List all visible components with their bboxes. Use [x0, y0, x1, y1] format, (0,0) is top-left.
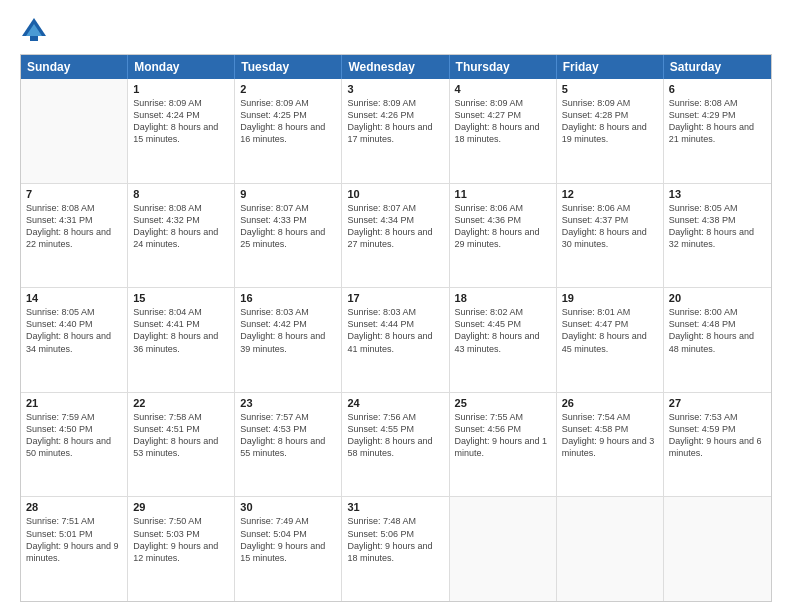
calendar-cell: 15Sunrise: 8:04 AM Sunset: 4:41 PM Dayli…	[128, 288, 235, 392]
day-number: 23	[240, 397, 336, 409]
cell-sun-info: Sunrise: 8:06 AM Sunset: 4:37 PM Dayligh…	[562, 202, 658, 251]
calendar-cell: 19Sunrise: 8:01 AM Sunset: 4:47 PM Dayli…	[557, 288, 664, 392]
cell-sun-info: Sunrise: 7:48 AM Sunset: 5:06 PM Dayligh…	[347, 515, 443, 564]
calendar-cell: 27Sunrise: 7:53 AM Sunset: 4:59 PM Dayli…	[664, 393, 771, 497]
day-number: 8	[133, 188, 229, 200]
calendar-cell: 14Sunrise: 8:05 AM Sunset: 4:40 PM Dayli…	[21, 288, 128, 392]
calendar-cell: 22Sunrise: 7:58 AM Sunset: 4:51 PM Dayli…	[128, 393, 235, 497]
logo	[20, 16, 52, 44]
day-number: 15	[133, 292, 229, 304]
calendar-cell: 13Sunrise: 8:05 AM Sunset: 4:38 PM Dayli…	[664, 184, 771, 288]
logo-icon	[20, 16, 48, 44]
day-number: 24	[347, 397, 443, 409]
calendar-cell: 4Sunrise: 8:09 AM Sunset: 4:27 PM Daylig…	[450, 79, 557, 183]
calendar-cell	[21, 79, 128, 183]
day-number: 20	[669, 292, 766, 304]
calendar-row-1: 1Sunrise: 8:09 AM Sunset: 4:24 PM Daylig…	[21, 79, 771, 184]
cell-sun-info: Sunrise: 7:58 AM Sunset: 4:51 PM Dayligh…	[133, 411, 229, 460]
cell-sun-info: Sunrise: 8:03 AM Sunset: 4:44 PM Dayligh…	[347, 306, 443, 355]
calendar-cell: 29Sunrise: 7:50 AM Sunset: 5:03 PM Dayli…	[128, 497, 235, 601]
calendar: SundayMondayTuesdayWednesdayThursdayFrid…	[20, 54, 772, 602]
calendar-cell	[450, 497, 557, 601]
header-day-sunday: Sunday	[21, 55, 128, 79]
cell-sun-info: Sunrise: 8:09 AM Sunset: 4:27 PM Dayligh…	[455, 97, 551, 146]
day-number: 3	[347, 83, 443, 95]
calendar-cell: 7Sunrise: 8:08 AM Sunset: 4:31 PM Daylig…	[21, 184, 128, 288]
header-day-wednesday: Wednesday	[342, 55, 449, 79]
svg-rect-2	[30, 36, 38, 41]
day-number: 2	[240, 83, 336, 95]
calendar-cell: 26Sunrise: 7:54 AM Sunset: 4:58 PM Dayli…	[557, 393, 664, 497]
calendar-cell: 6Sunrise: 8:08 AM Sunset: 4:29 PM Daylig…	[664, 79, 771, 183]
calendar-cell: 18Sunrise: 8:02 AM Sunset: 4:45 PM Dayli…	[450, 288, 557, 392]
cell-sun-info: Sunrise: 8:09 AM Sunset: 4:28 PM Dayligh…	[562, 97, 658, 146]
calendar-cell: 30Sunrise: 7:49 AM Sunset: 5:04 PM Dayli…	[235, 497, 342, 601]
cell-sun-info: Sunrise: 8:04 AM Sunset: 4:41 PM Dayligh…	[133, 306, 229, 355]
day-number: 29	[133, 501, 229, 513]
calendar-cell: 12Sunrise: 8:06 AM Sunset: 4:37 PM Dayli…	[557, 184, 664, 288]
calendar-cell: 3Sunrise: 8:09 AM Sunset: 4:26 PM Daylig…	[342, 79, 449, 183]
calendar-cell: 16Sunrise: 8:03 AM Sunset: 4:42 PM Dayli…	[235, 288, 342, 392]
cell-sun-info: Sunrise: 7:54 AM Sunset: 4:58 PM Dayligh…	[562, 411, 658, 460]
day-number: 4	[455, 83, 551, 95]
calendar-cell: 17Sunrise: 8:03 AM Sunset: 4:44 PM Dayli…	[342, 288, 449, 392]
header-day-friday: Friday	[557, 55, 664, 79]
calendar-cell: 10Sunrise: 8:07 AM Sunset: 4:34 PM Dayli…	[342, 184, 449, 288]
cell-sun-info: Sunrise: 8:05 AM Sunset: 4:40 PM Dayligh…	[26, 306, 122, 355]
header-day-tuesday: Tuesday	[235, 55, 342, 79]
cell-sun-info: Sunrise: 7:55 AM Sunset: 4:56 PM Dayligh…	[455, 411, 551, 460]
cell-sun-info: Sunrise: 7:51 AM Sunset: 5:01 PM Dayligh…	[26, 515, 122, 564]
calendar-row-2: 7Sunrise: 8:08 AM Sunset: 4:31 PM Daylig…	[21, 184, 771, 289]
header	[20, 16, 772, 44]
cell-sun-info: Sunrise: 8:03 AM Sunset: 4:42 PM Dayligh…	[240, 306, 336, 355]
header-day-saturday: Saturday	[664, 55, 771, 79]
page: SundayMondayTuesdayWednesdayThursdayFrid…	[0, 0, 792, 612]
cell-sun-info: Sunrise: 7:53 AM Sunset: 4:59 PM Dayligh…	[669, 411, 766, 460]
day-number: 22	[133, 397, 229, 409]
cell-sun-info: Sunrise: 8:06 AM Sunset: 4:36 PM Dayligh…	[455, 202, 551, 251]
day-number: 18	[455, 292, 551, 304]
calendar-cell: 25Sunrise: 7:55 AM Sunset: 4:56 PM Dayli…	[450, 393, 557, 497]
day-number: 9	[240, 188, 336, 200]
header-day-monday: Monday	[128, 55, 235, 79]
calendar-row-5: 28Sunrise: 7:51 AM Sunset: 5:01 PM Dayli…	[21, 497, 771, 601]
calendar-cell: 8Sunrise: 8:08 AM Sunset: 4:32 PM Daylig…	[128, 184, 235, 288]
day-number: 17	[347, 292, 443, 304]
cell-sun-info: Sunrise: 7:49 AM Sunset: 5:04 PM Dayligh…	[240, 515, 336, 564]
calendar-cell: 1Sunrise: 8:09 AM Sunset: 4:24 PM Daylig…	[128, 79, 235, 183]
calendar-body: 1Sunrise: 8:09 AM Sunset: 4:24 PM Daylig…	[21, 79, 771, 601]
day-number: 31	[347, 501, 443, 513]
day-number: 25	[455, 397, 551, 409]
calendar-cell: 2Sunrise: 8:09 AM Sunset: 4:25 PM Daylig…	[235, 79, 342, 183]
day-number: 30	[240, 501, 336, 513]
calendar-cell: 11Sunrise: 8:06 AM Sunset: 4:36 PM Dayli…	[450, 184, 557, 288]
day-number: 28	[26, 501, 122, 513]
cell-sun-info: Sunrise: 7:50 AM Sunset: 5:03 PM Dayligh…	[133, 515, 229, 564]
calendar-cell: 5Sunrise: 8:09 AM Sunset: 4:28 PM Daylig…	[557, 79, 664, 183]
cell-sun-info: Sunrise: 8:05 AM Sunset: 4:38 PM Dayligh…	[669, 202, 766, 251]
cell-sun-info: Sunrise: 8:01 AM Sunset: 4:47 PM Dayligh…	[562, 306, 658, 355]
day-number: 10	[347, 188, 443, 200]
cell-sun-info: Sunrise: 8:09 AM Sunset: 4:24 PM Dayligh…	[133, 97, 229, 146]
calendar-cell	[557, 497, 664, 601]
calendar-cell: 28Sunrise: 7:51 AM Sunset: 5:01 PM Dayli…	[21, 497, 128, 601]
header-day-thursday: Thursday	[450, 55, 557, 79]
calendar-row-4: 21Sunrise: 7:59 AM Sunset: 4:50 PM Dayli…	[21, 393, 771, 498]
cell-sun-info: Sunrise: 8:08 AM Sunset: 4:29 PM Dayligh…	[669, 97, 766, 146]
day-number: 12	[562, 188, 658, 200]
calendar-cell: 9Sunrise: 8:07 AM Sunset: 4:33 PM Daylig…	[235, 184, 342, 288]
day-number: 21	[26, 397, 122, 409]
cell-sun-info: Sunrise: 7:56 AM Sunset: 4:55 PM Dayligh…	[347, 411, 443, 460]
cell-sun-info: Sunrise: 8:09 AM Sunset: 4:25 PM Dayligh…	[240, 97, 336, 146]
cell-sun-info: Sunrise: 8:00 AM Sunset: 4:48 PM Dayligh…	[669, 306, 766, 355]
day-number: 26	[562, 397, 658, 409]
day-number: 16	[240, 292, 336, 304]
day-number: 6	[669, 83, 766, 95]
day-number: 14	[26, 292, 122, 304]
cell-sun-info: Sunrise: 8:09 AM Sunset: 4:26 PM Dayligh…	[347, 97, 443, 146]
day-number: 7	[26, 188, 122, 200]
cell-sun-info: Sunrise: 7:59 AM Sunset: 4:50 PM Dayligh…	[26, 411, 122, 460]
cell-sun-info: Sunrise: 8:02 AM Sunset: 4:45 PM Dayligh…	[455, 306, 551, 355]
day-number: 5	[562, 83, 658, 95]
day-number: 1	[133, 83, 229, 95]
